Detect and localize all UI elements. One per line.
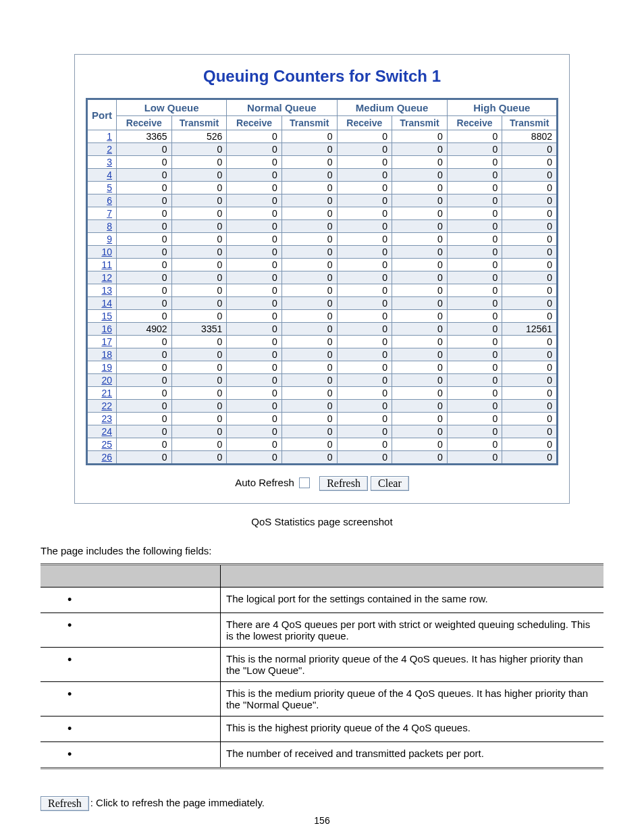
field-description: This is the highest priority queue of th… [221,716,604,742]
counter-cell: 0 [447,425,502,438]
counter-cell: 0 [227,207,282,220]
port-link[interactable]: 4 [87,169,117,182]
table-row: 2500000000 [87,438,558,451]
port-link[interactable]: 25 [87,438,117,451]
counter-cell: 0 [281,438,337,451]
counter-cell: 0 [447,438,502,451]
port-link[interactable]: 12 [87,271,117,284]
table-row: 1400000000 [87,297,558,310]
port-link[interactable]: 8 [87,220,117,233]
refresh-button[interactable]: Refresh [319,476,368,491]
counter-cell: 0 [281,310,337,323]
page-number: 156 [0,815,644,826]
table-row: 2400000000 [87,425,558,438]
col-sub: Transmit [281,116,337,130]
counter-cell: 0 [281,400,337,413]
counter-cell: 0 [447,194,502,207]
counter-cell: 0 [171,259,227,271]
counter-cell: 0 [392,182,448,194]
port-link[interactable]: 13 [87,284,117,297]
port-link[interactable]: 21 [87,387,117,400]
counter-cell: 0 [281,194,337,207]
counter-cell: 0 [281,246,337,259]
port-link[interactable]: 26 [87,451,117,465]
field-description: The number of received and transmitted p… [221,742,604,768]
counter-cell: 0 [447,323,502,336]
counter-cell: 0 [117,156,172,169]
port-link[interactable]: 3 [87,156,117,169]
counter-cell: 0 [117,413,172,425]
auto-refresh-checkbox[interactable] [299,477,310,488]
counter-cell: 0 [337,310,392,323]
counter-cell: 0 [447,271,502,284]
port-link[interactable]: 5 [87,182,117,194]
port-link[interactable]: 18 [87,348,117,361]
port-link[interactable]: 20 [87,374,117,387]
counter-cell: 0 [502,413,558,425]
counter-cell: 0 [117,387,172,400]
table-row: 900000000 [87,233,558,246]
fields-table: The logical port for the settings contai… [41,563,603,769]
port-link[interactable]: 2 [87,143,117,156]
port-link[interactable]: 1 [87,130,117,143]
counter-cell: 0 [227,348,282,361]
port-link[interactable]: 22 [87,400,117,413]
counter-cell: 0 [392,348,448,361]
counter-cell: 0 [447,297,502,310]
port-link[interactable]: 24 [87,425,117,438]
counter-cell: 0 [227,310,282,323]
port-link[interactable]: 14 [87,297,117,310]
col-sub: Receive [337,116,392,130]
refresh-note: Refresh: Click to refresh the page immed… [41,796,603,811]
counter-cell: 0 [502,297,558,310]
counter-cell: 0 [337,259,392,271]
counter-cell: 0 [392,246,448,259]
counter-cell: 0 [281,233,337,246]
port-link[interactable]: 15 [87,310,117,323]
counter-cell: 0 [337,246,392,259]
auto-refresh-label: Auto Refresh [235,477,294,488]
port-link[interactable]: 17 [87,336,117,348]
port-link[interactable]: 11 [87,259,117,271]
counter-cell: 0 [227,361,282,374]
table-row: 1800000000 [87,348,558,361]
port-link[interactable]: 10 [87,246,117,259]
counter-cell: 0 [447,207,502,220]
counter-cell: 0 [227,169,282,182]
counter-cell: 0 [171,425,227,438]
counter-cell: 0 [117,336,172,348]
port-link[interactable]: 9 [87,233,117,246]
table-row: 300000000 [87,156,558,169]
counter-cell: 0 [281,297,337,310]
counter-cell: 0 [117,233,172,246]
field-description: The logical port for the settings contai… [221,588,604,613]
counter-cell: 0 [337,143,392,156]
counter-cell: 0 [502,156,558,169]
table-row: 600000000 [87,194,558,207]
counter-cell: 0 [502,387,558,400]
col-low-queue: Low Queue [117,99,227,116]
counter-cell: 0 [502,336,558,348]
col-medium-queue: Medium Queue [337,99,447,116]
counter-cell: 0 [337,182,392,194]
port-link[interactable]: 16 [87,323,117,336]
counter-cell: 0 [337,271,392,284]
counter-cell: 0 [227,413,282,425]
counter-cell: 0 [337,233,392,246]
counter-cell: 0 [392,451,448,465]
port-link[interactable]: 6 [87,194,117,207]
counter-cell: 0 [337,194,392,207]
field-bullet [41,742,221,768]
counter-cell: 0 [392,387,448,400]
port-link[interactable]: 23 [87,413,117,425]
counter-cell: 0 [117,425,172,438]
counter-cell: 0 [392,438,448,451]
counter-cell: 0 [117,143,172,156]
clear-button[interactable]: Clear [371,476,409,491]
refresh-button-inline[interactable]: Refresh [41,796,89,811]
port-link[interactable]: 19 [87,361,117,374]
counter-cell: 0 [392,169,448,182]
port-link[interactable]: 7 [87,207,117,220]
counter-cell: 0 [171,220,227,233]
table-row: 1500000000 [87,310,558,323]
